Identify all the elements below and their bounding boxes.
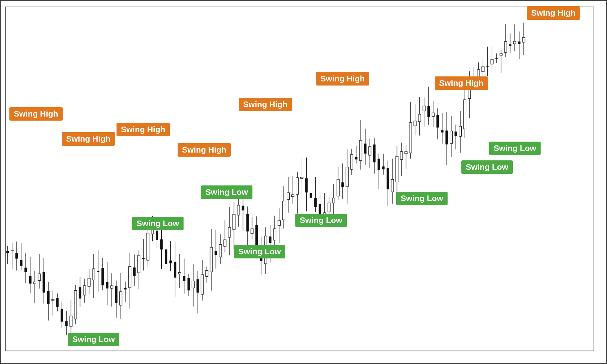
swing-low-2: Swing Low xyxy=(132,217,184,230)
swing-low-8: Swing Low xyxy=(489,142,541,155)
swing-low-4: Swing Low xyxy=(234,245,285,258)
swing-high-6: Swing High xyxy=(316,72,369,86)
swing-high-2: Swing High xyxy=(62,132,115,146)
swing-high-5: Swing High xyxy=(239,98,292,111)
swing-low-6: Swing Low xyxy=(396,192,448,205)
swing-low-5: Swing Low xyxy=(295,214,347,227)
swing-low-7: Swing Low xyxy=(461,160,513,174)
swing-high-1: Swing High xyxy=(9,107,63,121)
swing-high-4: Swing High xyxy=(178,143,231,157)
swing-low-1: Swing Low xyxy=(68,333,119,346)
candlestick-chart xyxy=(1,1,606,363)
swing-low-3: Swing Low xyxy=(201,185,252,199)
chart-container: Swing HighSwing HighSwing HighSwing High… xyxy=(0,0,607,364)
swing-high-7: Swing High xyxy=(435,76,488,90)
swing-high-8: Swing High xyxy=(527,6,580,20)
swing-high-3: Swing High xyxy=(117,123,170,136)
